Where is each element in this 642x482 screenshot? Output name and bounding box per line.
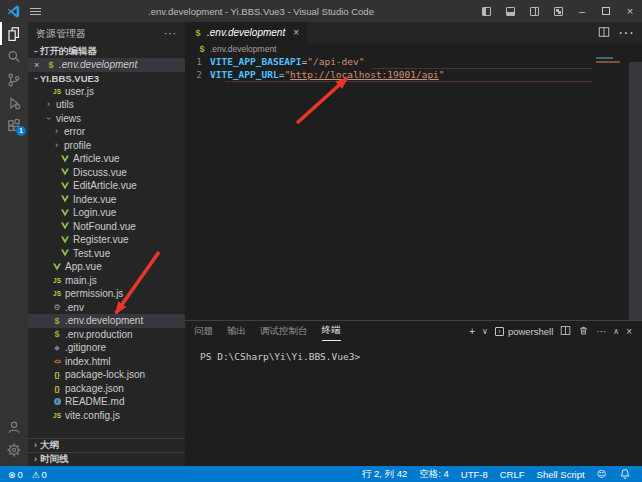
problems-status[interactable]: ⊗0 ⚠0 bbox=[8, 469, 47, 480]
tree-item-utils[interactable]: ›utils bbox=[28, 98, 185, 112]
panel-tab-问题[interactable]: 问题 bbox=[194, 321, 213, 341]
editor-more-actions-icon[interactable]: ··· bbox=[618, 24, 634, 42]
timeline-section[interactable]: › 时间线 bbox=[28, 452, 185, 466]
tree-item-package.json[interactable]: {}package.json bbox=[28, 382, 185, 396]
panel-tab-bar: 问题输出调试控制台终端 + ∨ › powershell bbox=[185, 321, 642, 341]
panel-more-actions-icon[interactable]: ··· bbox=[596, 326, 606, 337]
status-item[interactable]: Shell Script bbox=[531, 469, 591, 480]
notifications-bell-icon[interactable] bbox=[614, 468, 636, 481]
tree-item-main.js[interactable]: JSmain.js bbox=[28, 274, 185, 288]
tree-item-label: .env bbox=[65, 302, 84, 313]
tab-close-icon[interactable]: × bbox=[293, 27, 299, 38]
maximize-panel-icon[interactable]: ∧ bbox=[613, 327, 619, 336]
chevron-right-icon: › bbox=[31, 441, 40, 450]
tree-item-README.md[interactable]: iREADME.md bbox=[28, 395, 185, 409]
maximize-button[interactable] bbox=[594, 0, 618, 22]
toggle-secondary-sidebar-icon[interactable] bbox=[522, 0, 546, 22]
tree-item-Login.vue[interactable]: Login.vue bbox=[28, 206, 185, 220]
customize-layout-icon[interactable] bbox=[546, 0, 570, 22]
panel-tab-终端[interactable]: 终端 bbox=[322, 321, 341, 341]
new-terminal-icon[interactable]: + bbox=[469, 326, 475, 337]
project-root-section[interactable]: › YI.BBS.VUE3 bbox=[28, 72, 185, 85]
minimize-button[interactable]: – bbox=[570, 0, 594, 22]
tree-item-.env.production[interactable]: $.env.production bbox=[28, 328, 185, 342]
chevron-right-icon: › bbox=[31, 455, 40, 464]
scrollbar[interactable] bbox=[629, 62, 642, 320]
vue-file-icon bbox=[60, 249, 70, 257]
menu-icon[interactable] bbox=[30, 8, 41, 15]
line-number: 2 bbox=[185, 68, 210, 81]
terminal-dropdown-icon[interactable]: ∨ bbox=[482, 327, 488, 336]
open-editors-section[interactable]: › 打开的编辑器 bbox=[28, 45, 185, 58]
tree-item-.env.development[interactable]: $.env.development bbox=[28, 314, 185, 328]
tree-item-EditArticle.vue[interactable]: EditArticle.vue bbox=[28, 179, 185, 193]
tree-item-label: Register.vue bbox=[73, 234, 129, 245]
tree-item-permission.js[interactable]: JSpermission.js bbox=[28, 287, 185, 301]
git-file-icon: ◆ bbox=[52, 344, 62, 352]
status-item[interactable]: 行 2, 列 42 bbox=[356, 468, 413, 481]
tree-item-views[interactable]: ›views bbox=[28, 112, 185, 126]
extensions-icon[interactable]: 1 bbox=[0, 114, 28, 137]
tree-item-profile[interactable]: ›profile bbox=[28, 139, 185, 153]
tree-item-Index.vue[interactable]: Index.vue bbox=[28, 193, 185, 207]
toggle-panel-icon[interactable] bbox=[498, 0, 522, 22]
search-icon[interactable] bbox=[0, 45, 28, 68]
tree-item-user.js[interactable]: JSuser.js bbox=[28, 85, 185, 99]
tree-item-label: Index.vue bbox=[73, 194, 116, 205]
panel-tab-输出[interactable]: 输出 bbox=[227, 321, 246, 341]
kill-terminal-icon[interactable] bbox=[578, 325, 589, 338]
tree-item-label: Article.vue bbox=[73, 153, 120, 164]
source-control-icon[interactable] bbox=[0, 68, 28, 91]
code-line-2[interactable]: 2VITE_APP_URL="http://localhost:19001/ap… bbox=[185, 68, 642, 81]
status-item[interactable]: 空格: 4 bbox=[413, 468, 455, 481]
chevron-down-icon: › bbox=[31, 47, 40, 56]
file-tree: JSuser.js›utils›views›error›profileArtic… bbox=[28, 85, 185, 439]
tree-item-App.vue[interactable]: App.vue bbox=[28, 260, 185, 274]
tree-item-Article.vue[interactable]: Article.vue bbox=[28, 152, 185, 166]
outline-section[interactable]: › 大纲 bbox=[28, 438, 185, 452]
code-line-1[interactable]: 1VITE_APP_BASEAPI="/api-dev" bbox=[185, 55, 642, 68]
status-item[interactable]: UTF-8 bbox=[455, 469, 494, 480]
tree-item-.gitignore[interactable]: ◆.gitignore bbox=[28, 341, 185, 355]
toggle-sidebar-icon[interactable] bbox=[474, 0, 498, 22]
feedback-icon[interactable]: ☺ bbox=[591, 469, 612, 479]
token-key: VITE_APP_URL bbox=[210, 69, 279, 80]
breadcrumb[interactable]: $ .env.development bbox=[185, 43, 642, 55]
tree-item-label: error bbox=[64, 126, 85, 137]
panel-tab-调试控制台[interactable]: 调试控制台 bbox=[260, 321, 308, 341]
current-line-border-top bbox=[372, 68, 592, 69]
tree-item-label: Login.vue bbox=[73, 207, 116, 218]
tab-label: .env.development bbox=[207, 27, 285, 38]
url-link[interactable]: http://localhost:19001/api bbox=[290, 69, 439, 80]
close-panel-icon[interactable]: × bbox=[626, 326, 632, 337]
code-editor[interactable]: 1VITE_APP_BASEAPI="/api-dev"2VITE_APP_UR… bbox=[185, 55, 642, 320]
tree-item-index.html[interactable]: <>index.html bbox=[28, 355, 185, 369]
run-debug-icon[interactable] bbox=[0, 91, 28, 114]
split-terminal-icon[interactable] bbox=[560, 325, 571, 338]
split-editor-icon[interactable] bbox=[598, 24, 610, 42]
tree-item-error[interactable]: ›error bbox=[28, 125, 185, 139]
close-button[interactable]: × bbox=[618, 0, 642, 22]
explorer-icon[interactable] bbox=[0, 22, 28, 45]
tree-item-Register.vue[interactable]: Register.vue bbox=[28, 233, 185, 247]
account-icon[interactable] bbox=[0, 415, 28, 438]
tree-item-vite.config.js[interactable]: JSvite.config.js bbox=[28, 409, 185, 423]
tree-item-label: main.js bbox=[65, 275, 97, 286]
sidebar-more-actions-icon[interactable]: ··· bbox=[164, 28, 177, 39]
tree-item-Discuss.vue[interactable]: Discuss.vue bbox=[28, 166, 185, 180]
tab-env-development[interactable]: $ .env.development × bbox=[185, 22, 307, 43]
close-editor-icon[interactable]: × bbox=[34, 60, 44, 70]
tree-item-.env[interactable]: ⚙.env bbox=[28, 301, 185, 315]
title-bar: .env.development - Yi.BBS.Vue3 - Visual … bbox=[0, 0, 642, 22]
tree-item-NotFound.vue[interactable]: NotFound.vue bbox=[28, 220, 185, 234]
open-editor-item[interactable]: × $ .env.development bbox=[28, 58, 185, 72]
shell-selector[interactable]: › powershell bbox=[495, 326, 553, 337]
status-item[interactable]: CRLF bbox=[494, 469, 531, 480]
tree-item-Test.vue[interactable]: Test.vue bbox=[28, 247, 185, 261]
tree-item-package-lock.json[interactable]: {}package-lock.json bbox=[28, 368, 185, 382]
minimap[interactable] bbox=[596, 55, 628, 73]
tree-item-label: NotFound.vue bbox=[73, 221, 136, 232]
vue-file-icon bbox=[60, 168, 70, 176]
settings-gear-icon[interactable] bbox=[0, 438, 28, 461]
terminal-output[interactable]: PS D:\CSharp\Yi\Yi.BBS.Vue3> bbox=[185, 341, 642, 362]
